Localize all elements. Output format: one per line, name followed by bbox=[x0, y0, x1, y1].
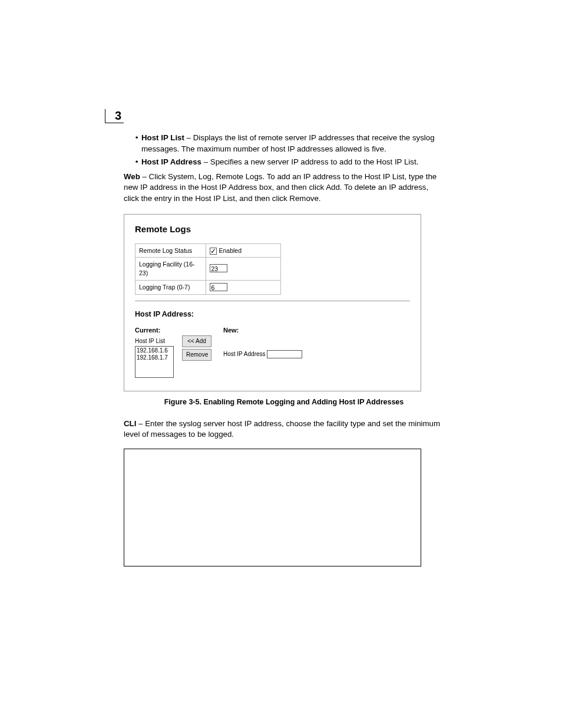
logging-facility-input[interactable]: 23 bbox=[210, 264, 227, 272]
current-column: Current: Host IP List 192.168.1.6 192.16… bbox=[135, 326, 174, 378]
bullet-desc: – Displays the list of remote server IP … bbox=[141, 133, 435, 153]
row-logging-trap: Logging Trap (0-7) 6 bbox=[135, 280, 281, 295]
web-instructions: Web – Click System, Log, Remote Logs. To… bbox=[124, 172, 444, 205]
divider bbox=[135, 301, 410, 301]
host-ip-input-row: Host IP Address bbox=[223, 350, 302, 358]
bullet-item: Host IP List – Displays the list of remo… bbox=[140, 133, 444, 154]
host-ip-address-label: Host IP Address bbox=[223, 350, 266, 358]
host-ip-listbox[interactable]: 192.168.1.6 192.168.1.7 bbox=[135, 346, 174, 378]
row-remote-log-status: Remote Log Status Enabled bbox=[135, 243, 281, 258]
label-logging-trap: Logging Trap (0-7) bbox=[135, 280, 206, 295]
label-logging-facility: Logging Facility (16-23) bbox=[135, 258, 206, 280]
row-logging-facility: Logging Facility (16-23) 23 bbox=[135, 258, 281, 280]
cli-label: CLI bbox=[124, 419, 136, 428]
remote-logs-figure: Remote Logs Remote Log Status Enabled Lo… bbox=[124, 214, 421, 392]
web-label: Web bbox=[124, 172, 140, 181]
host-ip-section-label: Host IP Address: bbox=[135, 309, 410, 320]
cell-remote-log-status: Enabled bbox=[206, 243, 280, 258]
current-header: Current: bbox=[135, 326, 174, 335]
list-item[interactable]: 192.168.1.7 bbox=[137, 354, 172, 361]
cell-logging-trap: 6 bbox=[206, 280, 280, 295]
figure-title: Remote Logs bbox=[135, 223, 410, 235]
new-header: New: bbox=[223, 326, 302, 335]
settings-table: Remote Log Status Enabled Logging Facili… bbox=[135, 243, 281, 295]
web-text: – Click System, Log, Remote Logs. To add… bbox=[124, 172, 437, 203]
cell-logging-facility: 23 bbox=[206, 258, 280, 280]
enabled-label: Enabled bbox=[219, 247, 242, 254]
list-item[interactable]: 192.168.1.6 bbox=[137, 347, 172, 354]
bullet-item: Host IP Address – Specifies a new server… bbox=[140, 157, 444, 168]
bullet-list: Host IP List – Displays the list of remo… bbox=[124, 133, 444, 168]
cli-text: – Enter the syslog server host IP addres… bbox=[124, 419, 440, 439]
host-ip-address-input[interactable] bbox=[267, 350, 302, 358]
enabled-checkbox[interactable] bbox=[210, 248, 217, 255]
chapter-number-badge: 3 bbox=[105, 109, 124, 123]
logging-trap-input[interactable]: 6 bbox=[210, 283, 227, 291]
cli-instructions: CLI – Enter the syslog server host IP ad… bbox=[124, 419, 444, 440]
button-column: << Add Remove bbox=[182, 335, 211, 363]
new-column: New: Host IP Address bbox=[223, 326, 302, 358]
bullet-term: Host IP Address bbox=[141, 157, 201, 166]
label-remote-log-status: Remote Log Status bbox=[135, 243, 206, 258]
host-ip-area: Current: Host IP List 192.168.1.6 192.16… bbox=[135, 326, 410, 378]
add-button[interactable]: << Add bbox=[182, 335, 211, 347]
remove-button[interactable]: Remove bbox=[182, 349, 211, 361]
host-ip-list-label: Host IP List bbox=[135, 337, 174, 345]
cli-output-box bbox=[124, 449, 421, 566]
bullet-desc: – Specifies a new server IP address to a… bbox=[201, 157, 418, 166]
bullet-term: Host IP List bbox=[141, 133, 184, 142]
figure-caption: Figure 3-5. Enabling Remote Logging and … bbox=[124, 397, 444, 408]
